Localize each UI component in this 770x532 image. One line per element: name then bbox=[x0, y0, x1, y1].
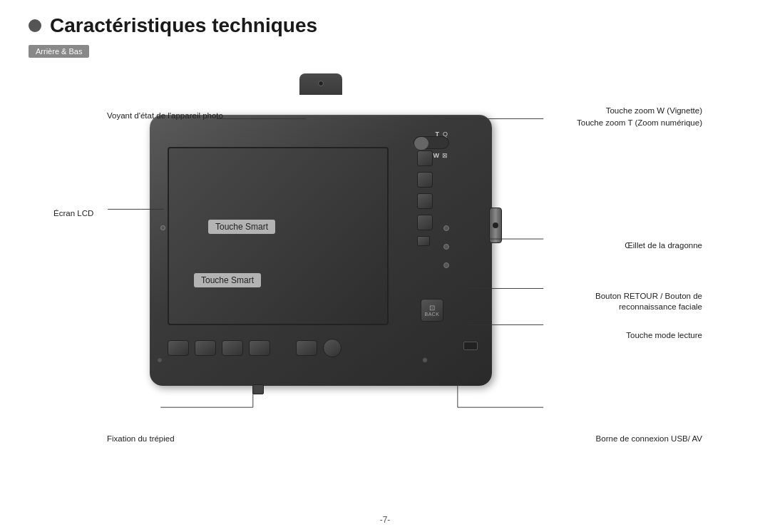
right-dot-indicators bbox=[443, 225, 449, 268]
lcd-screen: Touche Smart Touche Smart bbox=[168, 147, 389, 325]
diagram-area: Touche Smart Touche Smart T Q W ⊠ bbox=[29, 72, 741, 479]
viewfinder-dot bbox=[318, 81, 324, 86]
strap-lug bbox=[489, 208, 502, 243]
tripod-mount bbox=[252, 384, 264, 394]
r-dot-3 bbox=[443, 262, 449, 268]
camera-body: Touche Smart Touche Smart T Q W ⊠ bbox=[150, 115, 492, 386]
r-dot-1 bbox=[443, 225, 449, 231]
camera-top-bump bbox=[299, 73, 342, 95]
bot-btn-5 bbox=[296, 340, 317, 356]
bot-btn-2 bbox=[195, 340, 216, 356]
back-icon: ⊡ bbox=[429, 304, 435, 312]
shutter-button bbox=[323, 339, 342, 357]
oeillet-label: Œillet de la dragonne bbox=[625, 241, 702, 250]
zoom-slider bbox=[414, 136, 449, 149]
cam-button-2 bbox=[417, 172, 433, 188]
bottom-dot-right bbox=[422, 357, 428, 363]
cam-button-3 bbox=[417, 193, 433, 209]
bottom-buttons bbox=[168, 339, 342, 357]
page-number: -7- bbox=[380, 515, 391, 525]
right-buttons-panel bbox=[417, 150, 438, 246]
touche-zoom-t-label: Touche zoom T (Zoom numérique) bbox=[577, 118, 702, 127]
strap-hole bbox=[493, 222, 498, 228]
title-icon bbox=[29, 19, 41, 32]
touche-smart-label-1: Touche Smart bbox=[208, 220, 275, 234]
w-icon-symbol: ⊠ bbox=[442, 152, 448, 159]
touche-smart-label-2: Touche Smart bbox=[194, 273, 261, 287]
cam-button-4 bbox=[417, 215, 433, 230]
back-button: ⊡ BACK bbox=[421, 299, 443, 322]
page-container: Caractéristiques techniques Arrière & Ba… bbox=[0, 0, 770, 532]
back-label: BACK bbox=[424, 312, 439, 317]
voyant-label: Voyant d'état de l'appareil photo bbox=[107, 111, 223, 120]
bouton-retour-label: Bouton RETOUR / Bouton de bbox=[595, 292, 702, 300]
touche-mode-label: Touche mode lecture bbox=[626, 331, 702, 339]
cam-button-1 bbox=[417, 150, 433, 166]
touche-zoom-w-label: Touche zoom W (Vignette) bbox=[606, 106, 702, 115]
borne-label: Borne de connexion USB/ AV bbox=[596, 434, 702, 443]
section-label: Arrière & Bas bbox=[29, 45, 89, 58]
bot-btn-1 bbox=[168, 340, 189, 356]
cam-button-5 bbox=[417, 236, 430, 246]
page-title: Caractéristiques techniques bbox=[50, 14, 317, 37]
bot-btn-4 bbox=[249, 340, 270, 356]
ecran-lcd-label: Écran LCD bbox=[53, 209, 93, 218]
lcd-dot-indicator bbox=[160, 225, 165, 230]
r-dot-2 bbox=[443, 244, 449, 250]
bot-btn-3 bbox=[222, 340, 243, 356]
camera-illustration: Touche Smart Touche Smart T Q W ⊠ bbox=[150, 93, 492, 400]
reconnaissance-label: reconnaissance faciale bbox=[619, 302, 702, 311]
usb-port bbox=[463, 342, 478, 350]
bottom-dot-left bbox=[157, 357, 163, 363]
title-bar: Caractéristiques techniques bbox=[29, 14, 741, 37]
zoom-slider-knob bbox=[414, 137, 428, 150]
fixation-label: Fixation du trépied bbox=[107, 434, 175, 443]
